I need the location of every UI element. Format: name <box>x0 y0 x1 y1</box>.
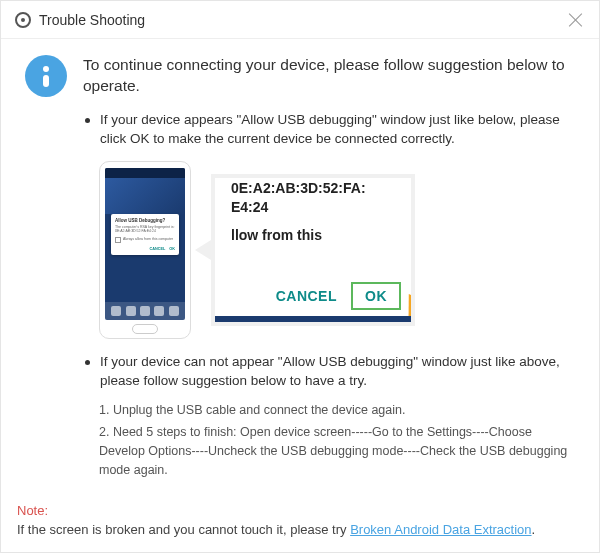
zoom-mac-1: 0E:A2:AB:3D:52:FA: <box>231 180 401 198</box>
phone-dialog-ok: OK <box>169 247 175 251</box>
steps-list: 1. Unplug the USB cable and connect the … <box>99 401 575 480</box>
zoom-msg: llow from this <box>231 227 401 243</box>
gear-icon <box>15 12 31 28</box>
instruction-text-1: If your device appears "Allow USB debugg… <box>100 111 575 149</box>
dialog-zoom: 0E:A2:AB:3D:52:FA: E4:24 llow from this … <box>211 174 415 326</box>
content: To continue connecting your device, plea… <box>1 39 599 506</box>
bullet-dot <box>85 118 90 123</box>
note-label: Note: <box>17 503 48 518</box>
footer-note: Note: If the screen is broken and you ca… <box>17 502 583 540</box>
intro-text: To continue connecting your device, plea… <box>83 55 575 97</box>
instruction-text-2: If your device can not appear "Allow USB… <box>100 353 575 391</box>
phone-dialog-title: Allow USB Debugging? <box>115 218 175 223</box>
callout-pointer <box>195 240 211 260</box>
bullet-dot <box>85 360 90 365</box>
window-title: Trouble Shooting <box>39 12 145 28</box>
phone-dialog: Allow USB Debugging? The computer's RSA … <box>111 214 179 255</box>
intro: To continue connecting your device, plea… <box>25 55 575 97</box>
info-icon <box>25 55 67 97</box>
zoom-ok-button: OK <box>351 282 401 310</box>
phone-mockup: Allow USB Debugging? The computer's RSA … <box>99 161 191 339</box>
phone-dialog-cancel: CANCEL <box>149 247 165 251</box>
titlebar: Trouble Shooting <box>1 1 599 39</box>
note-period: . <box>532 522 536 537</box>
phone-dialog-checkbox: Always allow from this computer <box>115 237 175 243</box>
instruction-list: If your device appears "Allow USB debugg… <box>25 111 575 480</box>
illustration: Allow USB Debugging? The computer's RSA … <box>99 161 575 339</box>
note-text: If the screen is broken and you cannot t… <box>17 522 350 537</box>
zoom-mac-2: E4:24 <box>231 199 401 217</box>
instruction-item-1: If your device appears "Allow USB debugg… <box>85 111 575 339</box>
close-icon[interactable] <box>567 11 585 29</box>
phone-home-button <box>132 324 158 334</box>
step-1: 1. Unplug the USB cable and connect the … <box>99 401 575 420</box>
phone-dialog-body2: 0E:A2:AB:3D:52:FA:E4:24 <box>115 229 175 234</box>
zoom-cancel-button: CANCEL <box>276 288 337 304</box>
instruction-item-2: If your device can not appear "Allow USB… <box>85 353 575 480</box>
broken-android-link[interactable]: Broken Android Data Extraction <box>350 522 531 537</box>
step-2: 2. Need 5 steps to finish: Open device s… <box>99 423 575 479</box>
